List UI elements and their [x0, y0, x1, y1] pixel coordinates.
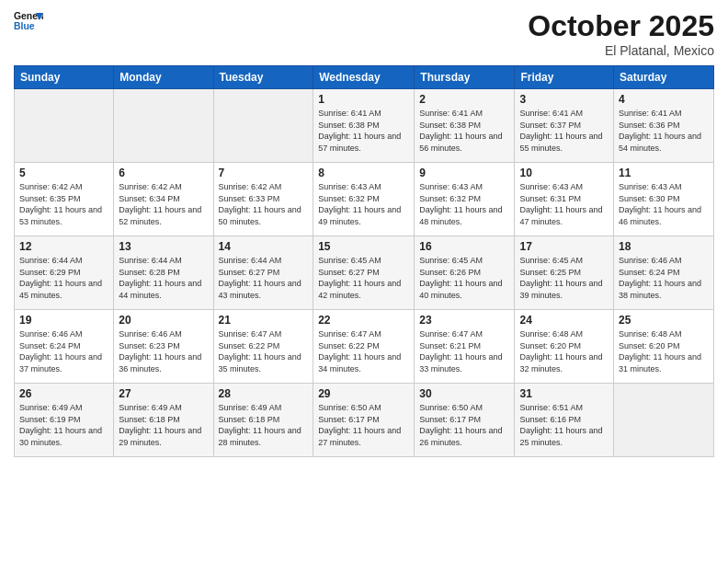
- day-info: Sunrise: 6:46 AMSunset: 6:23 PMDaylight:…: [119, 328, 208, 374]
- day-number: 17: [519, 240, 609, 253]
- day-info: Sunrise: 6:42 AMSunset: 6:35 PMDaylight:…: [19, 181, 108, 227]
- day-info: Sunrise: 6:44 AMSunset: 6:28 PMDaylight:…: [119, 255, 208, 301]
- calendar-cell: [15, 89, 114, 163]
- day-number: 3: [519, 93, 609, 106]
- day-info: Sunrise: 6:50 AMSunset: 6:17 PMDaylight:…: [318, 402, 409, 448]
- day-info: Sunrise: 6:41 AMSunset: 6:36 PMDaylight:…: [619, 108, 709, 154]
- day-info: Sunrise: 6:41 AMSunset: 6:38 PMDaylight:…: [419, 108, 509, 154]
- calendar-cell: 23Sunrise: 6:47 AMSunset: 6:21 PMDayligh…: [415, 310, 515, 384]
- day-info: Sunrise: 6:45 AMSunset: 6:26 PMDaylight:…: [419, 255, 509, 301]
- day-info: Sunrise: 6:50 AMSunset: 6:17 PMDaylight:…: [419, 402, 509, 448]
- calendar-cell: 1Sunrise: 6:41 AMSunset: 6:38 PMDaylight…: [313, 89, 415, 163]
- day-number: 25: [619, 314, 709, 327]
- calendar-cell: 17Sunrise: 6:45 AMSunset: 6:25 PMDayligh…: [515, 236, 614, 310]
- day-number: 24: [519, 314, 609, 327]
- calendar-cell: [114, 89, 213, 163]
- day-info: Sunrise: 6:45 AMSunset: 6:25 PMDaylight:…: [519, 255, 609, 301]
- day-number: 26: [19, 387, 108, 400]
- calendar-cell: 31Sunrise: 6:51 AMSunset: 6:16 PMDayligh…: [515, 384, 614, 457]
- day-number: 16: [419, 240, 509, 253]
- day-info: Sunrise: 6:49 AMSunset: 6:18 PMDaylight:…: [119, 402, 208, 448]
- day-number: 5: [19, 167, 108, 179]
- day-info: Sunrise: 6:42 AMSunset: 6:34 PMDaylight:…: [119, 181, 208, 227]
- day-number: 4: [619, 93, 709, 106]
- day-number: 30: [419, 387, 509, 400]
- col-sunday: Sunday: [15, 66, 114, 89]
- day-info: Sunrise: 6:43 AMSunset: 6:31 PMDaylight:…: [519, 181, 609, 227]
- day-info: Sunrise: 6:46 AMSunset: 6:24 PMDaylight:…: [619, 255, 709, 301]
- calendar-cell: 18Sunrise: 6:46 AMSunset: 6:24 PMDayligh…: [614, 236, 714, 310]
- day-info: Sunrise: 6:46 AMSunset: 6:24 PMDaylight:…: [19, 328, 108, 374]
- calendar-cell: [213, 89, 313, 163]
- day-info: Sunrise: 6:47 AMSunset: 6:22 PMDaylight:…: [318, 328, 409, 374]
- day-number: 15: [318, 240, 409, 253]
- logo: General Blue: [14, 9, 43, 35]
- calendar-week-row: 26Sunrise: 6:49 AMSunset: 6:19 PMDayligh…: [15, 384, 714, 457]
- calendar-cell: 25Sunrise: 6:48 AMSunset: 6:20 PMDayligh…: [614, 310, 714, 384]
- calendar-cell: 16Sunrise: 6:45 AMSunset: 6:26 PMDayligh…: [415, 236, 515, 310]
- day-number: 20: [119, 314, 208, 327]
- day-number: 9: [419, 167, 509, 179]
- day-number: 8: [318, 167, 409, 179]
- calendar-week-row: 12Sunrise: 6:44 AMSunset: 6:29 PMDayligh…: [15, 236, 714, 310]
- calendar-cell: 14Sunrise: 6:44 AMSunset: 6:27 PMDayligh…: [213, 236, 313, 310]
- day-info: Sunrise: 6:47 AMSunset: 6:22 PMDaylight:…: [219, 328, 309, 374]
- calendar-cell: 27Sunrise: 6:49 AMSunset: 6:18 PMDayligh…: [114, 384, 213, 457]
- calendar-cell: 9Sunrise: 6:43 AMSunset: 6:32 PMDaylight…: [415, 163, 515, 236]
- day-info: Sunrise: 6:43 AMSunset: 6:32 PMDaylight:…: [318, 181, 409, 227]
- col-tuesday: Tuesday: [213, 66, 313, 89]
- day-number: 1: [318, 93, 409, 106]
- calendar-table: Sunday Monday Tuesday Wednesday Thursday…: [14, 65, 714, 457]
- title-block: October 2025 El Platanal, Mexico: [528, 9, 714, 58]
- calendar-week-row: 19Sunrise: 6:46 AMSunset: 6:24 PMDayligh…: [15, 310, 714, 384]
- day-info: Sunrise: 6:41 AMSunset: 6:38 PMDaylight:…: [318, 108, 409, 154]
- logo-icon: General Blue: [14, 9, 43, 35]
- day-number: 27: [119, 387, 208, 400]
- calendar-cell: 20Sunrise: 6:46 AMSunset: 6:23 PMDayligh…: [114, 310, 213, 384]
- day-number: 12: [19, 240, 108, 253]
- day-number: 19: [19, 314, 108, 327]
- day-number: 29: [318, 387, 409, 400]
- day-number: 6: [119, 167, 208, 179]
- day-info: Sunrise: 6:49 AMSunset: 6:18 PMDaylight:…: [219, 402, 309, 448]
- calendar-cell: [614, 384, 714, 457]
- calendar-cell: 5Sunrise: 6:42 AMSunset: 6:35 PMDaylight…: [15, 163, 114, 236]
- calendar-cell: 13Sunrise: 6:44 AMSunset: 6:28 PMDayligh…: [114, 236, 213, 310]
- day-info: Sunrise: 6:48 AMSunset: 6:20 PMDaylight:…: [519, 328, 609, 374]
- location-subtitle: El Platanal, Mexico: [528, 43, 714, 58]
- calendar-cell: 29Sunrise: 6:50 AMSunset: 6:17 PMDayligh…: [313, 384, 415, 457]
- calendar-week-row: 1Sunrise: 6:41 AMSunset: 6:38 PMDaylight…: [15, 89, 714, 163]
- calendar-cell: 22Sunrise: 6:47 AMSunset: 6:22 PMDayligh…: [313, 310, 415, 384]
- page-container: General Blue October 2025 El Platanal, M…: [0, 0, 728, 466]
- col-monday: Monday: [114, 66, 213, 89]
- calendar-cell: 8Sunrise: 6:43 AMSunset: 6:32 PMDaylight…: [313, 163, 415, 236]
- col-saturday: Saturday: [614, 66, 714, 89]
- day-number: 28: [219, 387, 309, 400]
- calendar-cell: 15Sunrise: 6:45 AMSunset: 6:27 PMDayligh…: [313, 236, 415, 310]
- day-info: Sunrise: 6:47 AMSunset: 6:21 PMDaylight:…: [419, 328, 509, 374]
- day-number: 11: [619, 167, 709, 179]
- day-number: 10: [519, 167, 609, 179]
- svg-text:Blue: Blue: [14, 21, 35, 31]
- calendar-cell: 6Sunrise: 6:42 AMSunset: 6:34 PMDaylight…: [114, 163, 213, 236]
- day-number: 7: [219, 167, 309, 179]
- calendar-week-row: 5Sunrise: 6:42 AMSunset: 6:35 PMDaylight…: [15, 163, 714, 236]
- day-info: Sunrise: 6:44 AMSunset: 6:29 PMDaylight:…: [19, 255, 108, 301]
- calendar-cell: 21Sunrise: 6:47 AMSunset: 6:22 PMDayligh…: [213, 310, 313, 384]
- day-number: 31: [519, 387, 609, 400]
- day-info: Sunrise: 6:48 AMSunset: 6:20 PMDaylight:…: [619, 328, 709, 374]
- day-number: 13: [119, 240, 208, 253]
- header: General Blue October 2025 El Platanal, M…: [14, 9, 714, 58]
- col-wednesday: Wednesday: [313, 66, 415, 89]
- day-number: 23: [419, 314, 509, 327]
- col-thursday: Thursday: [415, 66, 515, 89]
- day-info: Sunrise: 6:43 AMSunset: 6:30 PMDaylight:…: [619, 181, 709, 227]
- calendar-cell: 12Sunrise: 6:44 AMSunset: 6:29 PMDayligh…: [15, 236, 114, 310]
- calendar-cell: 4Sunrise: 6:41 AMSunset: 6:36 PMDaylight…: [614, 89, 714, 163]
- day-info: Sunrise: 6:41 AMSunset: 6:37 PMDaylight:…: [519, 108, 609, 154]
- calendar-header-row: Sunday Monday Tuesday Wednesday Thursday…: [15, 66, 714, 89]
- calendar-cell: 28Sunrise: 6:49 AMSunset: 6:18 PMDayligh…: [213, 384, 313, 457]
- calendar-cell: 30Sunrise: 6:50 AMSunset: 6:17 PMDayligh…: [415, 384, 515, 457]
- calendar-cell: 10Sunrise: 6:43 AMSunset: 6:31 PMDayligh…: [515, 163, 614, 236]
- day-info: Sunrise: 6:51 AMSunset: 6:16 PMDaylight:…: [519, 402, 609, 448]
